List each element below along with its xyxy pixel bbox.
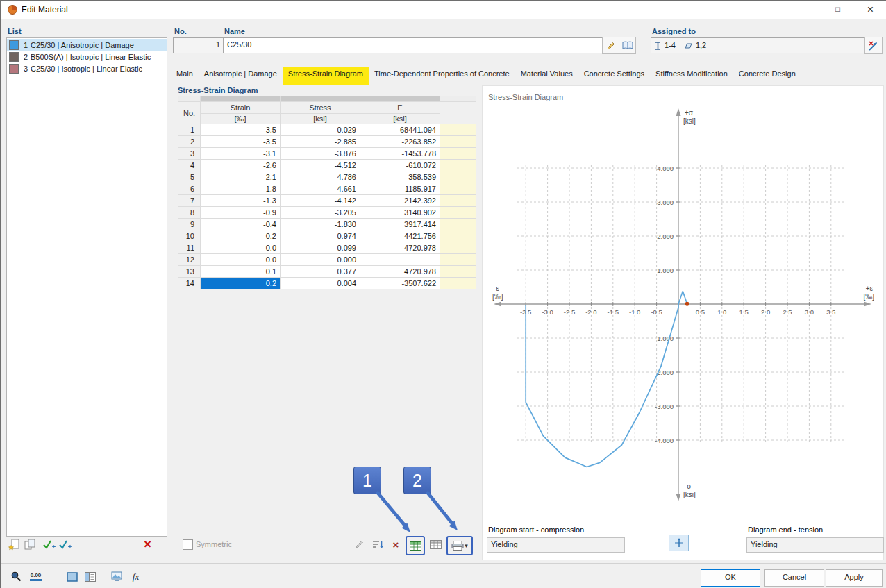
tab-stiffness-modification[interactable]: Stiffness Modification xyxy=(650,67,733,85)
col-header-strain[interactable]: Strain xyxy=(201,102,281,114)
column-select-strip[interactable] xyxy=(178,96,476,102)
cell-stress[interactable]: 0.377 xyxy=(281,266,360,278)
diagram-start-select[interactable]: Yielding xyxy=(487,537,625,553)
cell-e[interactable]: 4720.978 xyxy=(360,242,440,254)
list-item[interactable]: 2B500S(A) | Isotropic | Linear Elastic xyxy=(7,51,167,62)
export-materials-button[interactable] xyxy=(58,539,72,551)
row-number-cell[interactable]: 5 xyxy=(178,171,201,183)
edit-name-button[interactable] xyxy=(602,37,619,54)
close-button[interactable]: × xyxy=(854,1,886,18)
cell-strain[interactable]: -2.6 xyxy=(201,160,281,171)
cell-e[interactable] xyxy=(360,254,440,266)
title-bar[interactable]: Edit Material – □ × xyxy=(1,1,886,19)
row-number-cell[interactable]: 14 xyxy=(178,278,201,289)
cell-e[interactable]: -610.072 xyxy=(360,160,440,171)
material-name-input[interactable]: C25/30 xyxy=(223,37,608,53)
cell-stress[interactable]: -0.029 xyxy=(281,124,360,136)
cell-stress[interactable]: 0.004 xyxy=(281,278,360,289)
row-number-cell[interactable]: 1 xyxy=(178,124,201,136)
cell-strain[interactable]: 0.1 xyxy=(201,266,281,278)
cell-stress[interactable]: -4.512 xyxy=(281,160,360,171)
decimal-places-button[interactable]: 0.00 xyxy=(27,568,44,585)
cell-strain[interactable]: -1.8 xyxy=(201,183,281,195)
tab-material-values[interactable]: Material Values xyxy=(515,67,578,85)
cancel-button[interactable]: Cancel xyxy=(764,569,824,587)
cell-stress[interactable]: -2.885 xyxy=(281,136,360,148)
tab-stress-strain-diagram[interactable]: Stress-Strain Diagram xyxy=(283,67,369,85)
row-number-cell[interactable]: 10 xyxy=(178,230,201,242)
cell-e[interactable]: -68441.094 xyxy=(360,124,440,136)
row-number-cell[interactable]: 12 xyxy=(178,254,201,266)
cell-e[interactable]: 2142.392 xyxy=(360,195,440,207)
col-header-e[interactable]: E xyxy=(360,102,440,114)
cell-stress[interactable]: -4.661 xyxy=(281,183,360,195)
cell-strain[interactable]: 0.0 xyxy=(201,254,281,266)
cell-strain[interactable]: -0.9 xyxy=(201,207,281,219)
cell-e[interactable]: 4421.756 xyxy=(360,230,440,242)
cell-e[interactable]: -3507.622 xyxy=(360,278,440,289)
color-display-button[interactable] xyxy=(63,568,81,585)
cell-e[interactable]: 4720.978 xyxy=(360,266,440,278)
import-from-table-button[interactable] xyxy=(406,536,425,555)
cell-e[interactable]: 3917.414 xyxy=(360,219,440,230)
rendering-button[interactable] xyxy=(108,568,125,585)
symmetric-checkbox[interactable] xyxy=(183,539,193,550)
import-materials-button[interactable] xyxy=(42,539,56,551)
tab-time-dependent-properties-of-concrete[interactable]: Time-Dependent Properties of Concrete xyxy=(369,67,515,85)
find-button[interactable] xyxy=(8,568,25,585)
cell-stress[interactable]: -0.099 xyxy=(281,242,360,254)
new-material-button[interactable] xyxy=(8,539,22,554)
tab-concrete-design[interactable]: Concrete Design xyxy=(733,67,801,85)
cell-stress[interactable]: 0.000 xyxy=(281,254,360,266)
cell-strain[interactable]: 0.0 xyxy=(201,242,281,254)
cell-stress[interactable]: -1.830 xyxy=(281,219,360,230)
cell-stress[interactable]: -3.876 xyxy=(281,148,360,160)
copy-material-button[interactable] xyxy=(24,539,37,553)
cell-stress[interactable]: -0.974 xyxy=(281,230,360,242)
formula-button[interactable]: fx xyxy=(127,568,144,585)
apply-button[interactable]: Apply xyxy=(826,569,883,587)
cell-stress[interactable]: -4.786 xyxy=(281,171,360,183)
cell-stress[interactable]: -3.205 xyxy=(281,207,360,219)
row-number-cell[interactable]: 11 xyxy=(178,242,201,254)
maximize-button[interactable]: □ xyxy=(821,1,854,18)
cell-strain[interactable]: -3.5 xyxy=(201,124,281,136)
row-number-cell[interactable]: 3 xyxy=(178,148,201,160)
diagram-axis-button[interactable] xyxy=(669,535,689,551)
row-number-cell[interactable]: 7 xyxy=(178,195,201,207)
col-header-stress[interactable]: Stress xyxy=(281,102,360,114)
cell-strain[interactable]: -0.4 xyxy=(201,219,281,230)
tab-main[interactable]: Main xyxy=(171,67,199,85)
row-number-cell[interactable]: 9 xyxy=(178,219,201,230)
row-number-cell[interactable]: 2 xyxy=(178,136,201,148)
cell-strain[interactable]: -2.1 xyxy=(201,171,281,183)
material-library-button[interactable] xyxy=(619,37,636,54)
cell-strain[interactable]: -0.2 xyxy=(201,230,281,242)
row-number-cell[interactable]: 13 xyxy=(178,266,201,278)
list-item[interactable]: 1C25/30 | Anisotropic | Damage xyxy=(7,39,167,51)
tab-concrete-settings[interactable]: Concrete Settings xyxy=(578,67,650,85)
row-number-cell[interactable]: 8 xyxy=(178,207,201,219)
tab-anisotropic-damage[interactable]: Anisotropic | Damage xyxy=(199,67,283,85)
cell-strain[interactable]: -1.3 xyxy=(201,195,281,207)
cell-strain[interactable]: -3.5 xyxy=(201,136,281,148)
cell-stress[interactable]: -4.142 xyxy=(281,195,360,207)
cell-e[interactable]: 358.539 xyxy=(360,171,440,183)
select-assigned-objects-button[interactable] xyxy=(864,37,883,54)
cell-e[interactable]: 1185.917 xyxy=(360,183,440,195)
material-list[interactable]: 1C25/30 | Anisotropic | Damage2B500S(A) … xyxy=(6,37,167,537)
cell-e[interactable]: -2263.852 xyxy=(360,136,440,148)
panel-layout-button[interactable] xyxy=(81,568,99,585)
list-item[interactable]: 3C25/30 | Isotropic | Linear Elastic xyxy=(7,62,167,74)
cell-e[interactable]: -1453.778 xyxy=(360,148,440,160)
ok-button[interactable]: OK xyxy=(701,569,760,587)
cell-e[interactable]: 3140.902 xyxy=(360,207,440,219)
print-export-dropdown-button[interactable]: ▾ xyxy=(446,536,473,555)
cell-strain[interactable]: 0.2 xyxy=(201,278,281,289)
delete-material-button[interactable]: × xyxy=(144,537,151,551)
cell-strain[interactable]: -3.1 xyxy=(201,148,281,160)
row-number-cell[interactable]: 4 xyxy=(178,160,201,171)
row-number-cell[interactable]: 6 xyxy=(178,183,201,195)
diagram-end-select[interactable]: Yielding xyxy=(746,537,884,553)
minimize-button[interactable]: – xyxy=(789,1,821,18)
